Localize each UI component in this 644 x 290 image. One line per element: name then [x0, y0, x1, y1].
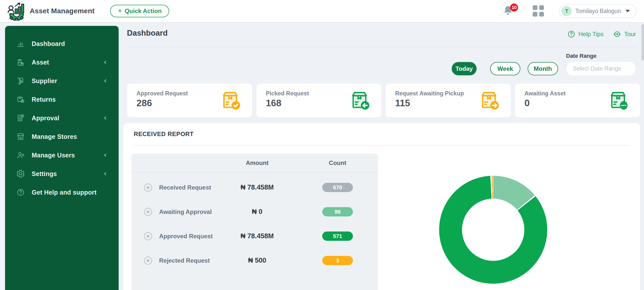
bar-chart-icon	[16, 39, 25, 48]
count-badge: 571	[322, 231, 353, 241]
range-today-button[interactable]: Today	[452, 62, 477, 75]
received-report-table: Amount Count ₦Received Request ₦ 78.458M…	[131, 154, 378, 290]
tour-orbit-icon	[613, 30, 621, 38]
caret-down-icon	[625, 10, 630, 12]
stat-cards-row: Approved Request 286 Picked Request 168	[127, 84, 640, 117]
sidebar-nav: Dashboard Asset Supplier Returns	[5, 26, 119, 290]
document-check-icon	[16, 113, 25, 123]
sidebar-item-supplier[interactable]: Supplier	[5, 72, 119, 90]
table-row: ₦Rejected Request ₦ 500 3	[131, 248, 378, 273]
received-report-panel: RECEIVED REPORT Amount Count ₦Received R…	[123, 123, 640, 290]
store-icon	[16, 132, 25, 141]
main-content: Dashboard Help Tips Tour Date Range Toda…	[127, 23, 640, 290]
range-week-button[interactable]: Week	[490, 62, 520, 75]
chevron-left-icon	[103, 60, 108, 65]
stat-card-picked-request: Picked Request 168	[256, 84, 382, 117]
naira-circle-icon: ₦	[144, 208, 152, 216]
tour-button[interactable]: Tour	[613, 30, 636, 38]
chevron-left-icon	[103, 171, 108, 177]
plus-icon: +	[118, 7, 122, 15]
sidebar-item-returns[interactable]: Returns	[5, 90, 119, 109]
top-header: Asset Management + Quick Action 10 T Tom…	[0, 0, 644, 23]
hand-truck-icon	[16, 76, 25, 85]
sidebar-item-settings[interactable]: Settings	[5, 164, 119, 183]
user-name: Tomilayo Balogun	[575, 8, 621, 15]
report-divider	[134, 145, 629, 146]
page-title: Dashboard	[127, 29, 168, 38]
stat-card-request-awaiting-pickup: Request Awaiting Pickup 115	[386, 84, 511, 117]
sidebar-item-manage-users[interactable]: Manage Users	[5, 146, 119, 164]
package-ellipsis-icon	[607, 90, 629, 111]
chevron-left-icon	[103, 78, 108, 84]
gear-icon	[16, 169, 25, 178]
received-report-donut-chart	[439, 176, 547, 284]
sidebar-item-approval[interactable]: Approval	[5, 109, 119, 127]
sidebar-item-manage-stores[interactable]: Manage Stores	[5, 127, 119, 146]
sidebar-item-asset[interactable]: Asset	[5, 53, 119, 72]
package-check-icon	[219, 90, 241, 111]
naira-circle-icon: ₦	[144, 257, 152, 265]
count-badge: 670	[322, 183, 353, 192]
notifications-button[interactable]: 10	[502, 5, 515, 18]
date-range-label: Date Range	[566, 53, 596, 59]
user-plus-icon	[16, 151, 25, 160]
date-range-input[interactable]	[566, 62, 636, 76]
chevron-left-icon	[103, 115, 108, 121]
title-links: Help Tips Tour	[567, 30, 636, 38]
boxes-icon	[16, 58, 25, 67]
sidebar-item-dashboard[interactable]: Dashboard	[5, 34, 119, 53]
column-header-amount: Amount	[217, 159, 297, 166]
app-logo-icon	[7, 2, 26, 21]
apps-grid-icon	[533, 5, 537, 10]
count-badge: 3	[322, 256, 353, 265]
vertical-scrollbar[interactable]	[641, 24, 644, 61]
quick-action-label: Quick Action	[125, 8, 162, 15]
return-box-icon	[16, 95, 25, 104]
table-row: ₦Received Request ₦ 78.458M 670	[131, 175, 378, 200]
table-header-row: Amount Count	[131, 154, 378, 173]
apps-grid-button[interactable]	[533, 5, 544, 17]
title-divider	[127, 47, 636, 47]
chevron-left-icon	[103, 152, 108, 158]
quick-action-button[interactable]: + Quick Action	[110, 5, 169, 17]
question-circle-icon	[16, 188, 25, 197]
column-header-count: Count	[297, 159, 378, 166]
stat-card-awaiting-asset: Awaiting Asset 0	[515, 84, 640, 117]
avatar: T	[562, 6, 572, 16]
user-menu-button[interactable]: T Tomilayo Balogun	[559, 4, 636, 18]
app-title: Asset Management	[30, 7, 95, 15]
table-row: ₦Awaiting Approval ₦ 0 96	[131, 200, 378, 224]
table-row: ₦Approved Request ₦ 78.458M 571	[131, 224, 378, 248]
naira-circle-icon: ₦	[144, 184, 152, 192]
count-badge: 96	[322, 207, 353, 216]
received-report-title: RECEIVED REPORT	[134, 131, 194, 138]
stat-card-approved-request: Approved Request 286	[127, 84, 252, 117]
notification-count-badge: 10	[510, 4, 518, 12]
range-month-button[interactable]: Month	[528, 62, 558, 75]
question-circle-icon	[567, 30, 575, 38]
package-arrow-right-icon	[478, 90, 500, 111]
donut-hole	[462, 199, 524, 261]
sidebar-item-help-support[interactable]: Get Help and support	[5, 183, 119, 202]
naira-circle-icon: ₦	[144, 232, 152, 240]
package-arrow-left-icon	[349, 90, 370, 111]
help-tips-button[interactable]: Help Tips	[567, 30, 604, 38]
asset-management-app: Asset Management + Quick Action 10 T Tom…	[0, 0, 644, 290]
